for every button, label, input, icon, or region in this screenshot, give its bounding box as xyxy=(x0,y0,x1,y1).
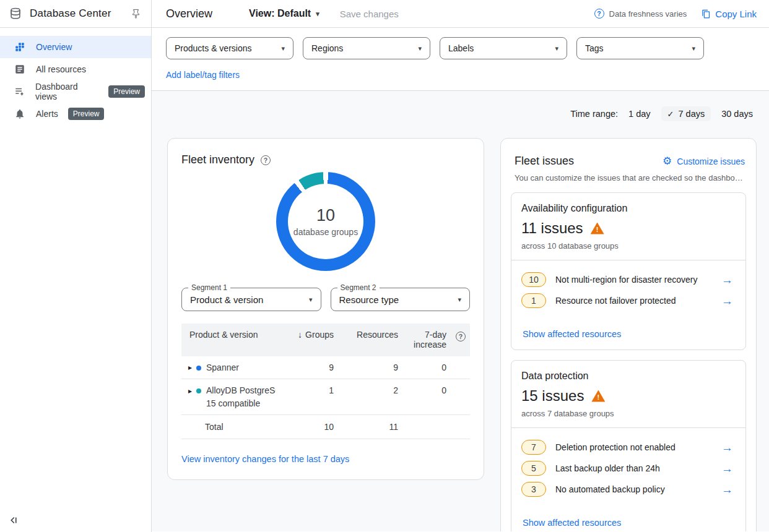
issue-item-failover[interactable]: 1 Resource not failover protected → xyxy=(521,293,736,308)
header-7day-increase: 7-day increase xyxy=(402,330,450,350)
sidebar-header: Database Center xyxy=(0,0,151,28)
issue-count-pill: 10 xyxy=(521,272,546,287)
resources-icon xyxy=(14,63,26,75)
issue-item-no-backup-policy[interactable]: 3 No automated backup policy → xyxy=(521,482,736,497)
data-freshness-note: Data freshness varies xyxy=(609,9,687,19)
sidebar-item-dashboard-views[interactable]: Dashboard views Preview xyxy=(0,80,151,103)
arrow-forward-icon[interactable]: → xyxy=(721,484,736,496)
product-name: Spanner xyxy=(206,363,239,372)
segment2-value: Resource type xyxy=(339,294,399,305)
product-cell: Spanner xyxy=(196,363,289,372)
segment1-select[interactable]: Segment 1 Product & version ▾ xyxy=(181,288,321,311)
chevron-down-icon: ▾ xyxy=(458,296,461,303)
customize-issues-label: Customize issues xyxy=(677,157,745,166)
issue-item-backup-older-24h[interactable]: 5 Last backup older than 24h → xyxy=(521,461,736,476)
segment2-select[interactable]: Segment 2 Resource type ▾ xyxy=(331,288,471,311)
content: Time range: 1 day ✓ 7 days 30 days Fleet… xyxy=(152,91,769,531)
filter-regions[interactable]: Regions ▾ xyxy=(303,37,430,59)
filter-label: Products & versions xyxy=(175,43,252,53)
donut-wrap: 10 database groups xyxy=(181,172,470,271)
time-range-1day[interactable]: 1 day xyxy=(628,109,650,119)
check-icon: ✓ xyxy=(667,109,674,119)
add-label-tag-filters-link[interactable]: Add label/tag filters xyxy=(166,70,240,80)
sidebar-item-overview[interactable]: Overview xyxy=(0,36,151,58)
fleet-inventory-title: Fleet inventory xyxy=(181,153,254,166)
chevron-down-icon: ▾ xyxy=(309,296,313,303)
issue-count: 15 issues xyxy=(521,387,584,405)
show-affected-resources-link[interactable]: Show affected resources xyxy=(521,518,621,528)
issue-count-pill: 5 xyxy=(521,461,546,476)
view-selector[interactable]: View: Default ▾ xyxy=(249,8,319,19)
time-range-7days[interactable]: ✓ 7 days xyxy=(661,106,711,121)
fleet-issues-header: Fleet issues ⚙ Customize issues xyxy=(511,148,746,168)
show-affected-resources-link[interactable]: Show affected resources xyxy=(521,329,621,339)
arrow-forward-icon[interactable]: → xyxy=(721,274,736,286)
customize-issues-button[interactable]: ⚙ Customize issues xyxy=(663,156,745,166)
database-logo-icon xyxy=(9,7,22,20)
topbar: Overview View: Default ▾ Save changes ? … xyxy=(152,0,769,28)
resources-value: 2 xyxy=(337,385,402,395)
filter-products-versions[interactable]: Products & versions ▾ xyxy=(166,37,293,59)
data-protection-header: Data protection 15 issues ! across 7 dat… xyxy=(511,361,745,427)
help-icon[interactable]: ? xyxy=(261,155,271,165)
pin-icon[interactable] xyxy=(131,9,141,19)
view-inventory-changes-link[interactable]: View inventory changes for the last 7 da… xyxy=(181,454,349,464)
total-label: Total xyxy=(196,422,289,432)
arrow-forward-icon[interactable]: → xyxy=(721,463,736,474)
data-protection-card: Data protection 15 issues ! across 7 dat… xyxy=(511,360,746,531)
arrow-forward-icon[interactable]: → xyxy=(721,295,736,307)
page-title: Overview xyxy=(166,7,212,20)
sidebar-item-label: Overview xyxy=(36,42,72,52)
time-range-label: Time range: xyxy=(570,109,618,119)
header-product-version: Product & version xyxy=(181,330,289,340)
sidebar-nav: Overview All resources D xyxy=(0,28,151,125)
donut-center-label: database groups xyxy=(293,227,358,237)
time-range-30days[interactable]: 30 days xyxy=(721,109,753,119)
increase-value: 0 xyxy=(402,363,450,372)
sidebar-item-all-resources[interactable]: All resources xyxy=(0,58,151,80)
fleet-issues-subtext: You can customize the issues that are ch… xyxy=(515,173,745,182)
expand-row-icon[interactable]: ▸ xyxy=(181,385,196,395)
cards-row: Fleet inventory ? 10 database groups xyxy=(167,138,757,531)
filter-label: Regions xyxy=(311,43,343,53)
issue-count-pill: 7 xyxy=(521,440,546,455)
donut-center-value: 10 xyxy=(316,206,335,225)
fleet-issues-title: Fleet issues xyxy=(515,155,574,168)
header-groups-sort[interactable]: ↓ Groups xyxy=(289,330,337,340)
table-row-spanner: ▸ Spanner 9 9 0 xyxy=(181,356,470,379)
product-name-line2: 15 compatible xyxy=(206,398,276,408)
issue-count: 11 issues xyxy=(521,220,583,237)
filter-bar: Products & versions ▾ Regions ▾ Labels ▾… xyxy=(152,28,769,91)
fleet-issues-card: Fleet issues ⚙ Customize issues You can … xyxy=(500,138,757,531)
category-name: Availability configuration xyxy=(521,203,736,214)
copy-link-button[interactable]: Copy Link xyxy=(702,9,757,19)
filter-tags[interactable]: Tags ▾ xyxy=(576,37,704,59)
bell-icon xyxy=(14,108,26,120)
sidebar-item-alerts[interactable]: Alerts Preview xyxy=(0,103,151,125)
issue-count-pill: 1 xyxy=(521,293,546,308)
main-area: Overview View: Default ▾ Save changes ? … xyxy=(152,0,769,532)
dashboard-views-icon xyxy=(14,85,25,98)
chevron-down-icon: ▾ xyxy=(555,45,558,52)
issue-label: Deletion protection not enabled xyxy=(555,442,712,452)
issue-scope: across 10 database groups xyxy=(521,241,736,251)
arrow-forward-icon[interactable]: → xyxy=(721,442,736,453)
overview-dashboard-icon xyxy=(14,41,26,53)
fleet-inventory-header: Fleet inventory ? xyxy=(181,153,470,166)
data-protection-issue-list: 7 Deletion protection not enabled → 5 La… xyxy=(511,428,745,531)
expand-row-icon[interactable]: ▸ xyxy=(181,364,196,371)
collapse-sidebar-button[interactable] xyxy=(8,513,22,527)
help-icon[interactable]: ? xyxy=(594,9,604,19)
product-name: AlloyDB PostgreSQL xyxy=(206,385,276,395)
issue-item-multi-region[interactable]: 10 Not multi-region for disaster recover… xyxy=(521,272,736,287)
sidebar-item-label: All resources xyxy=(36,64,86,74)
inventory-table: Product & version ↓ Groups Resources 7-d… xyxy=(181,324,470,439)
help-icon[interactable]: ? xyxy=(456,332,466,341)
save-changes-button[interactable]: Save changes xyxy=(340,9,399,19)
time-range-7days-label: 7 days xyxy=(678,109,705,119)
product-cell: AlloyDB PostgreSQL 15 compatible xyxy=(196,385,289,408)
issue-item-deletion-protection[interactable]: 7 Deletion protection not enabled → xyxy=(521,440,736,455)
copy-link-label: Copy Link xyxy=(715,9,757,19)
filter-labels[interactable]: Labels ▾ xyxy=(440,37,567,59)
availability-header: Availability configuration 11 issues ! a… xyxy=(511,193,745,260)
